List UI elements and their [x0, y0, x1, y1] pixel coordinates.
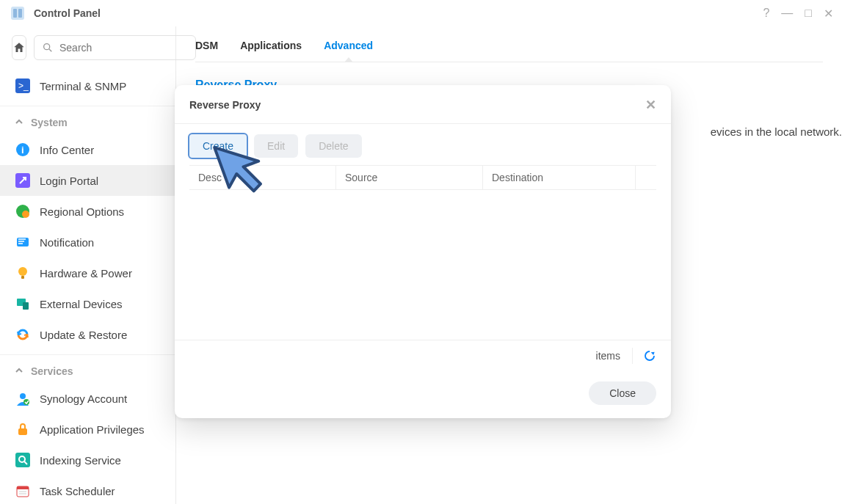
sidebar: >_ Terminal & SNMP System i Info Center …: [0, 26, 176, 504]
sidebar-item-regional-options[interactable]: Regional Options: [0, 196, 175, 227]
sidebar-item-info-center[interactable]: i Info Center: [0, 134, 175, 165]
reverse-proxy-dialog: Reverse Proxy ✕ Create Edit Delete Desc …: [175, 85, 671, 418]
update-icon: [15, 326, 31, 343]
hint-text-fragment: evices in the local network.: [711, 125, 842, 138]
sidebar-item-label: Regional Options: [40, 205, 124, 218]
items-count-label: items: [596, 350, 620, 362]
svg-rect-16: [23, 302, 29, 310]
sidebar-item-login-portal[interactable]: Login Portal: [0, 165, 175, 196]
sidebar-item-label: Indexing Service: [40, 454, 121, 467]
login-portal-icon: [15, 172, 31, 189]
column-header-spacer: [636, 166, 656, 189]
sidebar-item-label: Terminal & SNMP: [40, 80, 126, 92]
lock-icon: [15, 421, 31, 437]
sidebar-item-label: Info Center: [40, 144, 94, 156]
svg-rect-14: [21, 276, 24, 279]
calendar-icon: [15, 483, 31, 499]
sidebar-item-application-privileges[interactable]: Application Privileges: [0, 414, 175, 445]
control-panel-icon: [9, 4, 26, 22]
sidebar-item-notification[interactable]: Notification: [0, 227, 175, 258]
sidebar-item-label: Task Scheduler: [40, 485, 115, 497]
sidebar-item-synology-account[interactable]: Synology Account: [0, 383, 175, 414]
help-icon[interactable]: ?: [763, 7, 769, 21]
delete-button[interactable]: Delete: [305, 134, 361, 158]
table-header: Desc Source Destination: [189, 165, 656, 190]
svg-rect-1: [13, 9, 17, 18]
svg-rect-24: [17, 486, 29, 489]
svg-point-17: [20, 393, 26, 399]
window-title: Control Panel: [34, 7, 101, 19]
svg-rect-20: [15, 453, 30, 467]
column-header-description[interactable]: Desc: [189, 166, 336, 189]
maximize-icon[interactable]: □: [805, 7, 812, 21]
dialog-title: Reverse Proxy: [189, 99, 261, 111]
tab-dsm[interactable]: DSM: [195, 40, 218, 62]
chevron-up-icon: [15, 117, 23, 128]
svg-rect-2: [18, 9, 22, 18]
home-button[interactable]: [12, 35, 26, 60]
edit-button[interactable]: Edit: [254, 134, 298, 158]
window-controls: ? — □ ✕: [763, 7, 833, 21]
dialog-statusbar: items: [175, 340, 671, 371]
chevron-up-icon: [15, 365, 23, 377]
devices-icon: [15, 296, 31, 312]
dialog-toolbar: Create Edit Delete: [175, 124, 671, 165]
info-icon: i: [15, 142, 31, 158]
table-body-empty: [189, 190, 656, 340]
tab-advanced[interactable]: Advanced: [324, 40, 373, 62]
search-box[interactable]: [34, 35, 196, 60]
indexing-icon: [15, 452, 31, 468]
sidebar-section-label: System: [31, 117, 68, 128]
sidebar-section-label: Services: [31, 365, 73, 377]
close-window-icon[interactable]: ✕: [824, 7, 833, 21]
sidebar-item-label: Application Privileges: [40, 423, 145, 436]
tabs: DSM Applications Advanced: [195, 26, 823, 62]
sidebar-item-label: Notification: [40, 236, 94, 249]
svg-text:>_: >_: [18, 81, 29, 91]
sidebar-item-label: Login Portal: [40, 175, 98, 187]
notification-icon: [15, 234, 31, 250]
refresh-icon[interactable]: [632, 348, 656, 364]
bulb-icon: [15, 265, 31, 281]
search-input[interactable]: [59, 42, 188, 54]
sidebar-item-indexing-service[interactable]: Indexing Service: [0, 445, 175, 475]
svg-point-3: [44, 44, 50, 50]
svg-rect-0: [11, 7, 24, 20]
account-icon: [15, 390, 31, 406]
sidebar-item-label: Update & Restore: [40, 329, 127, 341]
create-button[interactable]: Create: [189, 134, 247, 158]
sidebar-item-task-scheduler[interactable]: Task Scheduler: [0, 475, 175, 504]
svg-point-11: [22, 211, 29, 218]
sidebar-item-external-devices[interactable]: External Devices: [0, 288, 175, 319]
sidebar-item-label: Synology Account: [40, 392, 127, 405]
sidebar-item-hardware-power[interactable]: Hardware & Power: [0, 258, 175, 288]
column-header-source[interactable]: Source: [336, 166, 483, 189]
sidebar-section-system[interactable]: System: [0, 106, 175, 134]
sidebar-item-update-restore[interactable]: Update & Restore: [0, 319, 175, 350]
sidebar-item-label: External Devices: [40, 298, 123, 310]
svg-rect-19: [18, 428, 27, 435]
dialog-close-icon[interactable]: ✕: [645, 97, 656, 113]
column-header-destination[interactable]: Destination: [483, 166, 636, 189]
titlebar: Control Panel ? — □ ✕: [0, 0, 842, 26]
terminal-icon: >_: [15, 78, 31, 94]
minimize-icon[interactable]: —: [781, 7, 793, 21]
svg-point-13: [18, 267, 27, 276]
sidebar-item-terminal-snmp[interactable]: >_ Terminal & SNMP: [0, 70, 175, 101]
sidebar-section-services[interactable]: Services: [0, 354, 175, 383]
close-button[interactable]: Close: [589, 381, 656, 405]
tab-applications[interactable]: Applications: [240, 40, 302, 62]
search-icon: [42, 42, 54, 54]
sidebar-item-label: Hardware & Power: [40, 267, 132, 280]
svg-marker-27: [650, 351, 655, 355]
globe-icon: [15, 203, 31, 219]
svg-line-4: [49, 49, 51, 51]
svg-text:i: i: [21, 145, 24, 156]
home-icon: [12, 41, 26, 54]
